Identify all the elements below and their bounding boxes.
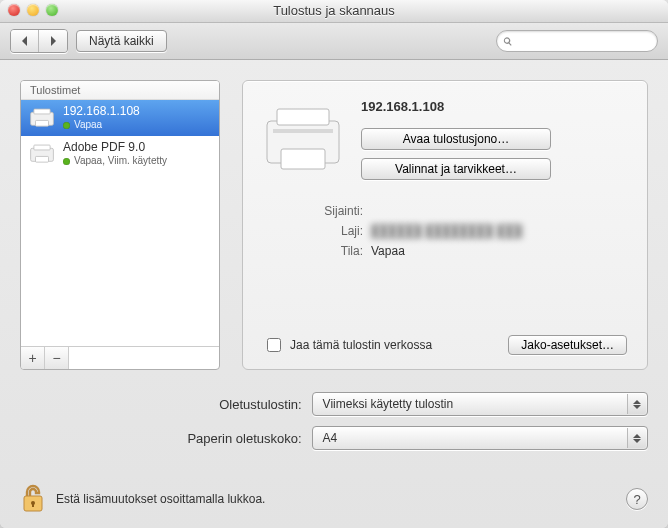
printer-detail: 192.168.1.108 Avaa tulostusjono… Valinna… (242, 80, 648, 370)
svg-rect-8 (281, 149, 325, 169)
remove-printer-button[interactable]: − (45, 347, 69, 369)
search-input[interactable] (517, 33, 651, 49)
content: Tulostimet 192.168.1.108 Vapaa (0, 58, 668, 528)
default-paper-label: Paperin oletuskoko: (20, 431, 302, 446)
add-printer-button[interactable]: + (21, 347, 45, 369)
zoom-icon[interactable] (46, 4, 58, 16)
printer-meta: Sijainti: Laji:██████ ████████ ███ Tila:… (263, 204, 627, 258)
forward-button[interactable] (39, 30, 67, 52)
printer-list-body: 192.168.1.108 Vapaa Adobe PDF 9.0 Vapa (21, 100, 219, 346)
window-title: Tulostus ja skannaus (273, 3, 395, 18)
status-dot-icon (63, 122, 70, 129)
location-label: Sijainti: (263, 204, 363, 218)
svg-rect-5 (36, 156, 49, 162)
kind-value: ██████ ████████ ███ (371, 224, 522, 238)
back-button[interactable] (11, 30, 39, 52)
printer-large-icon (263, 103, 343, 175)
svg-rect-1 (34, 109, 50, 114)
state-label: Tila: (263, 244, 363, 258)
default-paper-value: A4 (323, 431, 338, 445)
close-icon[interactable] (8, 4, 20, 16)
chevron-right-icon (48, 36, 58, 46)
state-value: Vapaa (371, 244, 405, 258)
stepper-arrows-icon (627, 428, 646, 448)
svg-rect-2 (36, 120, 49, 126)
status-dot-icon (63, 158, 70, 165)
show-all-button[interactable]: Näytä kaikki (76, 30, 167, 52)
default-printer-value: Viimeksi käytetty tulostin (323, 397, 454, 411)
stepper-arrows-icon (627, 394, 646, 414)
default-settings: Oletustulostin: Viimeksi käytetty tulost… (20, 392, 648, 450)
footer: Estä lisämuutokset osoittamalla lukkoa. … (20, 484, 648, 514)
svg-rect-9 (273, 129, 333, 133)
svg-rect-7 (277, 109, 329, 125)
traffic-lights (8, 4, 58, 16)
search-icon (503, 36, 513, 47)
open-queue-button[interactable]: Avaa tulostusjono… (361, 128, 551, 150)
printer-row[interactable]: 192.168.1.108 Vapaa (21, 100, 219, 136)
options-supplies-button[interactable]: Valinnat ja tarvikkeet… (361, 158, 551, 180)
printer-status: Vapaa, Viim. käytetty (63, 154, 167, 168)
printer-list-footer: + − (21, 346, 219, 369)
printer-list: Tulostimet 192.168.1.108 Vapaa (20, 80, 220, 370)
kind-label: Laji: (263, 224, 363, 238)
share-label: Jaa tämä tulostin verkossa (290, 338, 432, 352)
toolbar: Näytä kaikki (0, 23, 668, 60)
default-printer-select[interactable]: Viimeksi käytetty tulostin (312, 392, 648, 416)
share-printer-checkbox[interactable]: Jaa tämä tulostin verkossa (263, 335, 432, 355)
printer-icon (29, 143, 55, 165)
printer-name: 192.168.1.108 (63, 104, 140, 118)
printer-list-header: Tulostimet (21, 81, 219, 100)
lock-text: Estä lisämuutokset osoittamalla lukkoa. (56, 492, 265, 506)
printer-icon (29, 107, 55, 129)
printer-row[interactable]: Adobe PDF 9.0 Vapaa, Viim. käytetty (21, 136, 219, 172)
search-field[interactable] (496, 30, 658, 52)
sharing-prefs-button[interactable]: Jako-asetukset… (508, 335, 627, 355)
help-button[interactable]: ? (626, 488, 648, 510)
minimize-icon[interactable] (27, 4, 39, 16)
default-printer-label: Oletustulostin: (20, 397, 302, 412)
share-checkbox-input[interactable] (267, 338, 281, 352)
printer-title: 192.168.1.108 (361, 99, 627, 114)
printer-name: Adobe PDF 9.0 (63, 140, 167, 154)
default-paper-select[interactable]: A4 (312, 426, 648, 450)
lock-icon[interactable] (20, 484, 46, 514)
printer-status: Vapaa (63, 118, 140, 132)
prefs-window: Tulostus ja skannaus Näytä kaikki Tulost… (0, 0, 668, 528)
svg-rect-4 (34, 145, 50, 150)
nav-segment (10, 29, 68, 53)
chevron-left-icon (20, 36, 30, 46)
svg-rect-12 (32, 503, 34, 507)
titlebar: Tulostus ja skannaus (0, 0, 668, 23)
